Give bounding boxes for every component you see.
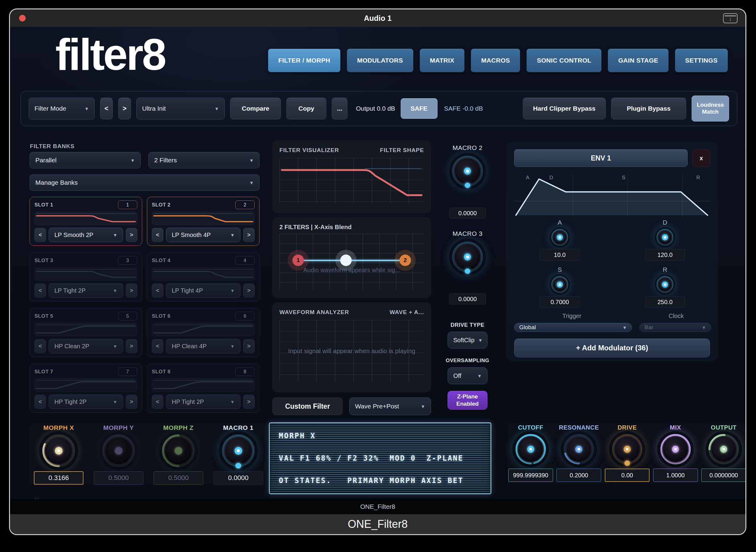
tab-gain-stage[interactable]: GAIN STAGE: [608, 49, 668, 72]
loudness-match-button[interactable]: Loudness Match: [691, 96, 729, 122]
slot-next-button[interactable]: >: [243, 284, 255, 297]
macro2-value[interactable]: 0.0000: [450, 208, 486, 219]
slot-prev-button[interactable]: <: [34, 395, 46, 409]
sustain-knob[interactable]: [551, 276, 569, 293]
slot-next-button[interactable]: >: [126, 228, 137, 242]
morph-x-knob[interactable]: [42, 434, 76, 468]
tab-settings[interactable]: SETTINGS: [675, 49, 728, 72]
slot-next-button[interactable]: >: [126, 339, 137, 353]
morph-x-value[interactable]: 0.3166: [34, 471, 84, 485]
tab-sonic-control[interactable]: SONIC CONTROL: [526, 49, 602, 72]
filter-response-graph[interactable]: [279, 158, 424, 204]
slot-filter-select[interactable]: HP Tight 2P▼: [166, 395, 240, 409]
tab-modulators[interactable]: MODULATORS: [347, 49, 413, 72]
slot-filter-select[interactable]: LP Smooth 4P▼: [166, 228, 240, 242]
filter-slot-3[interactable]: SLOT 33 <LP Tight 2P▼>: [30, 252, 142, 301]
macro3-value[interactable]: 0.0000: [450, 293, 486, 304]
output-knob[interactable]: [708, 433, 739, 465]
manage-banks-select[interactable]: Manage Banks▼: [30, 174, 259, 191]
preset-prev-button[interactable]: <: [100, 98, 113, 119]
oversampling-select[interactable]: Off▼: [448, 367, 488, 384]
adsr-envelope-display[interactable]: A D S R: [514, 174, 710, 217]
slot-filter-select[interactable]: LP Tight 2P▼: [49, 283, 123, 298]
add-modulator-button[interactable]: + Add Modulator (36): [514, 338, 710, 357]
mix-knob[interactable]: [660, 433, 691, 465]
slot-prev-button[interactable]: <: [34, 339, 46, 353]
tab-filter-morph[interactable]: FILTER / MORPH: [268, 49, 341, 72]
cutoff-knob[interactable]: [515, 433, 546, 465]
macro1-value[interactable]: 0.0000: [214, 471, 263, 485]
slot-prev-button[interactable]: <: [152, 339, 163, 353]
resonance-value[interactable]: 0.2000: [556, 468, 601, 482]
zplane-enabled-button[interactable]: Z-Plane Enabled: [448, 391, 488, 410]
slot-next-button[interactable]: >: [243, 228, 255, 242]
tab-matrix[interactable]: MATRIX: [420, 49, 465, 72]
preset-next-button[interactable]: >: [118, 98, 131, 119]
download-window-icon[interactable]: ↓: [723, 13, 738, 23]
resonance-knob[interactable]: [563, 433, 595, 465]
release-knob[interactable]: [656, 276, 674, 293]
more-options-button[interactable]: ...: [332, 98, 348, 119]
macro3-knob[interactable]: [452, 241, 484, 273]
close-window-button[interactable]: [19, 15, 26, 21]
bank-mode-select[interactable]: Parallel▼: [30, 152, 141, 168]
slot-next-button[interactable]: >: [243, 339, 255, 353]
trigger-select[interactable]: Global▼: [514, 323, 632, 332]
attack-value[interactable]: 10.0: [540, 249, 580, 261]
compare-button[interactable]: Compare: [230, 98, 281, 119]
copy-button[interactable]: Copy: [286, 98, 326, 119]
filter-count-select[interactable]: 2 Filters▼: [148, 152, 259, 168]
slot-filter-select[interactable]: HP Clean 2P▼: [49, 339, 123, 354]
safe-toggle-button[interactable]: SAFE: [401, 98, 437, 119]
release-value[interactable]: 250.0: [645, 296, 685, 308]
env1-header-button[interactable]: ENV 1: [514, 149, 688, 167]
filter-slot-5[interactable]: SLOT 55 <HP Clean 2P▼>: [30, 308, 142, 357]
slot-prev-button[interactable]: <: [152, 228, 163, 242]
slot-filter-select[interactable]: LP Smooth 2P▼: [49, 228, 123, 242]
mix-value[interactable]: 1.0000: [653, 468, 698, 482]
slot-next-button[interactable]: >: [126, 284, 137, 297]
drive-knob[interactable]: [612, 433, 643, 465]
blend-graph[interactable]: 1 2 Audio waveform appears while sig...: [279, 234, 424, 290]
filter-slot-1[interactable]: SLOT 11 <LP Smooth 2P▼>: [30, 197, 142, 246]
sustain-value[interactable]: 0.7000: [540, 296, 580, 308]
wave-mode-select[interactable]: Wave Pre+Post▼: [349, 398, 431, 415]
filter-slot-8[interactable]: SLOT 88 <HP Tight 2P▼>: [147, 364, 259, 413]
slot-filter-select[interactable]: LP Tight 4P▼: [166, 283, 240, 298]
decay-knob[interactable]: [656, 229, 674, 246]
plugin-bypass-button[interactable]: Plugin Bypass: [611, 98, 686, 119]
macro2-knob[interactable]: [452, 155, 484, 187]
hard-clipper-bypass-button[interactable]: Hard Clipper Bypass: [523, 98, 606, 119]
filter-mode-select[interactable]: Filter Mode▼: [29, 98, 95, 119]
preset-select[interactable]: Ultra Init▼: [136, 98, 225, 119]
clock-select[interactable]: Bar▼: [639, 323, 711, 332]
filter-slot-4[interactable]: SLOT 44 <LP Tight 4P▼>: [147, 252, 259, 301]
output-value[interactable]: 0.0000000: [701, 468, 746, 482]
slot-prev-button[interactable]: <: [152, 395, 163, 409]
slot-prev-button[interactable]: <: [34, 228, 46, 242]
morph-z-knob[interactable]: [161, 434, 196, 468]
tab-macros[interactable]: MACROS: [471, 49, 520, 72]
slot-filter-select[interactable]: HP Tight 2P▼: [49, 395, 123, 409]
decay-value[interactable]: 120.0: [645, 249, 685, 261]
slot-next-button[interactable]: >: [126, 395, 137, 409]
blend-node-1[interactable]: 1: [292, 255, 304, 266]
filter-slot-6[interactable]: SLOT 66 <HP Clean 4P▼>: [147, 308, 259, 357]
filter-slot-7[interactable]: SLOT 77 <HP Tight 2P▼>: [30, 364, 142, 413]
env1-close-button[interactable]: x: [692, 149, 710, 167]
slot-prev-button[interactable]: <: [152, 284, 163, 297]
slot-prev-button[interactable]: <: [34, 284, 46, 297]
custom-filter-button[interactable]: Custom Filter: [272, 398, 343, 415]
drive-type-select[interactable]: SoftClip▼: [448, 331, 488, 349]
blend-node-2[interactable]: 2: [399, 255, 411, 266]
slot-next-button[interactable]: >: [243, 395, 255, 409]
macro1-knob[interactable]: [221, 434, 255, 468]
blend-handle[interactable]: [340, 255, 352, 266]
morph-y-knob[interactable]: [102, 434, 135, 468]
drive-value[interactable]: 0.00: [605, 468, 650, 482]
morph-z-value[interactable]: 0.5000: [154, 471, 203, 485]
cutoff-value[interactable]: 999.9999390: [508, 468, 553, 482]
morph-y-value[interactable]: 0.5000: [94, 471, 143, 485]
attack-knob[interactable]: [551, 229, 569, 246]
slot-filter-select[interactable]: HP Clean 4P▼: [166, 339, 240, 354]
